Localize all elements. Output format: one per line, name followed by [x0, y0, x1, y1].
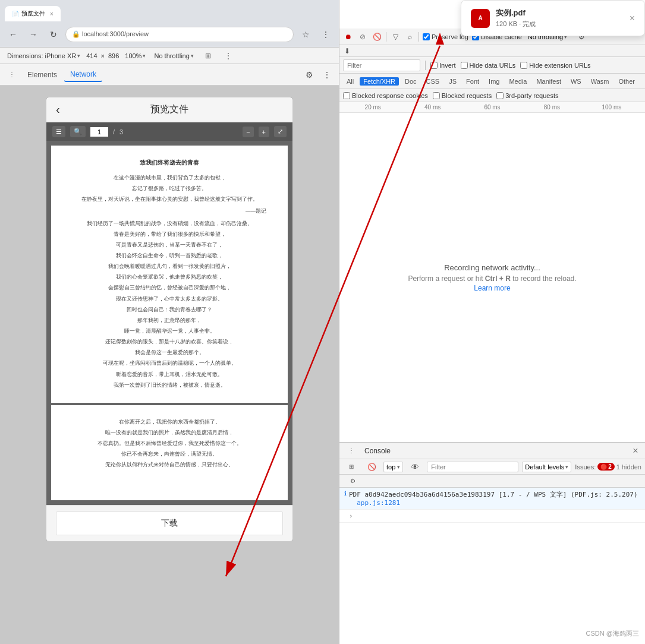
type-filter-img[interactable]: Img [485, 77, 503, 86]
devtools-more-icon[interactable]: ⋮ [319, 67, 335, 83]
pdf-line: 听着恋爱的音乐，带上耳机，泪水无处可散。 [61, 370, 278, 379]
console-level-selector[interactable]: Default levels ▾ [522, 462, 571, 472]
preserve-log-input[interactable] [423, 33, 430, 40]
blocked-cookies-checkbox[interactable]: Blocked response cookies [343, 92, 428, 99]
watermark: CSDN @海鸡两三 [586, 629, 639, 638]
type-filter-wasm[interactable]: Wasm [587, 77, 613, 86]
pdf-search-btn[interactable]: 🔍 [70, 126, 86, 137]
pdf-page-input[interactable] [90, 127, 108, 137]
type-filter-media[interactable]: Media [505, 77, 530, 86]
console-title: Console [364, 447, 391, 455]
type-filter-fetch-xhr[interactable]: Fetch/XHR [360, 77, 399, 86]
console-log-text-1: PDF a0d942aedc094b36a6d4156a3e1983197 [1… [349, 490, 640, 507]
zoom-value: 100% [125, 52, 141, 59]
back-button[interactable]: ‹ [56, 103, 60, 116]
active-browser-tab[interactable]: 📄 预览文件 × [5, 6, 61, 21]
more-options-icon[interactable]: ⋮ [220, 48, 237, 64]
devtools-panel-tabs-bar: ⋮ Elements Network ⚙ ⋮ [0, 64, 339, 86]
console-menu-btn[interactable]: ⋮ [343, 443, 360, 459]
hide-extension-urls-input[interactable] [520, 62, 527, 69]
console-close-btn[interactable]: × [630, 445, 641, 457]
record-network-btn[interactable]: ⏺ [343, 31, 354, 42]
tab-network[interactable]: Network [64, 68, 102, 82]
url-bar[interactable]: 🔒 localhost:3000/preview [72, 30, 149, 38]
invert-checkbox[interactable]: Invert [430, 62, 456, 69]
pdf-line: 我第一次曾到了旧长的情绪，被被哀，情意逝。 [61, 380, 278, 390]
browser-bookmark-btn[interactable]: ☆ [297, 26, 314, 43]
clear-network-btn[interactable]: 🚫 [372, 31, 382, 42]
console-settings-btn[interactable]: ⚙ [344, 473, 361, 490]
type-filter-manifest[interactable]: Manifest [533, 77, 565, 86]
pdf-fullscreen-btn[interactable]: ⤢ [274, 126, 287, 137]
type-filter-css[interactable]: CSS [423, 77, 443, 86]
hide-extension-urls-label: Hide extension URLs [529, 62, 590, 69]
pdf-page-total: 3 [119, 128, 123, 135]
browser-refresh-btn[interactable]: ↻ [45, 26, 62, 43]
browser-address-bar: ← → ↻ 🔒 localhost:3000/preview ☆ ⋮ [0, 21, 339, 48]
download-icon-row: ⬇ [339, 45, 645, 57]
filter-toggle-btn[interactable]: ▽ [390, 31, 401, 42]
notification-close-btn[interactable]: × [630, 13, 635, 24]
console-context-selector[interactable]: top ▾ [383, 462, 403, 472]
blocked-requests-input[interactable] [433, 92, 440, 99]
pdf-zoom-in-btn[interactable]: + [259, 127, 269, 137]
invert-input[interactable] [430, 62, 438, 69]
third-party-input[interactable] [496, 92, 504, 99]
responsive-icon[interactable]: ⊞ [200, 48, 216, 64]
toolbar-separator-2 [419, 32, 419, 42]
pdf-line: 忘记了很多路，吃过了很多苦。 [61, 184, 278, 193]
network-shortcut: Ctrl + R [485, 274, 511, 283]
timeline-marker-60: 60 ms [462, 104, 522, 111]
zoom-selector[interactable]: 100% ▾ [122, 52, 148, 60]
pdf-toolbar: ☰ 🔍 / 3 − + ⤢ [46, 122, 292, 141]
type-filter-all[interactable]: All [343, 77, 357, 86]
pdf-line: 我会是你这一生最爱的那个。 [61, 348, 278, 357]
panel-menu-icon[interactable]: ⋮ [4, 67, 20, 83]
pdf-line: 现在又还传思神了，心中常太多太多的罗影。 [61, 294, 278, 304]
pdf-line: 在静夜里，对天诉说，坐在闹事抹心灵的安慰，我曾经这般文字写到了作。 [61, 194, 278, 204]
throttling-selector[interactable]: No throttling ▾ [152, 52, 196, 60]
console-eye-btn[interactable]: 👁 [407, 459, 423, 475]
browser-back-btn[interactable]: ← [5, 26, 21, 43]
console-hidden-label: 1 hidden [616, 463, 641, 471]
console-filter-input[interactable] [427, 462, 518, 472]
pdf-menu-btn[interactable]: ☰ [52, 126, 65, 137]
settings-icon[interactable]: ⚙ [301, 67, 317, 83]
browser-left-panel: 📄 预览文件 × ← → ↻ 🔒 localhost:3000/preview … [0, 0, 339, 644]
pdf-content-area: 致我们终将逝去的青春 在这个漫漫的城市里，我们背负了太多的包袱， 忘记了很多路，… [46, 141, 292, 505]
chevron-down-icon-zoom: ▾ [143, 53, 146, 59]
device-selector[interactable]: Dimensions: iPhone XR ▾ [5, 52, 83, 60]
type-filter-doc[interactable]: Doc [401, 77, 420, 86]
hide-data-urls-input[interactable] [461, 62, 468, 69]
search-network-btn[interactable]: ⌕ [404, 31, 415, 42]
blocked-requests-checkbox[interactable]: Blocked requests [433, 92, 492, 99]
hide-extension-urls-checkbox[interactable]: Hide extension URLs [520, 62, 590, 69]
blocked-filters-row: Blocked response cookies Blocked request… [339, 89, 645, 102]
notification-content: 实例.pdf 120 KB · 完成 [496, 8, 624, 29]
browser-menu-btn[interactable]: ⋮ [317, 26, 334, 43]
download-icon[interactable]: ⬇ [344, 47, 350, 55]
browser-forward-btn[interactable]: → [25, 26, 42, 43]
invert-label: Invert [439, 62, 456, 69]
type-filter-font[interactable]: Font [462, 77, 483, 86]
timeline-marker-80: 80 ms [522, 104, 581, 111]
learn-more-link[interactable]: Learn more [474, 284, 510, 292]
pdf-zoom-out-btn[interactable]: − [243, 127, 253, 137]
network-recording-text: Recording network activity... [444, 263, 540, 272]
type-filter-ws[interactable]: WS [567, 77, 585, 86]
expand-icon[interactable]: › [349, 512, 353, 520]
blocked-cookies-input[interactable] [343, 92, 350, 99]
console-log-link-1[interactable]: app.js:1281 [357, 499, 400, 507]
network-filter-input[interactable] [343, 59, 420, 71]
tab-elements[interactable]: Elements [21, 68, 63, 81]
console-clear-btn[interactable]: 🚫 [363, 459, 380, 475]
hide-data-urls-checkbox[interactable]: Hide data URLs [461, 62, 516, 69]
third-party-checkbox[interactable]: 3rd-party requests [496, 92, 558, 99]
stop-network-btn[interactable]: ⊘ [357, 31, 368, 42]
download-button[interactable]: 下载 [56, 512, 283, 535]
type-filter-js[interactable]: JS [445, 77, 460, 86]
type-filter-other[interactable]: Other [615, 77, 638, 86]
pdf-line: 你已不会再忘来，向连曾经，满望无情。 [61, 449, 278, 459]
console-issues-badge: 🔴 2 [597, 463, 615, 471]
pdf-line: 还记得数刻你的眼头，那是十八岁的欢喜。你笑着说， [61, 337, 278, 346]
